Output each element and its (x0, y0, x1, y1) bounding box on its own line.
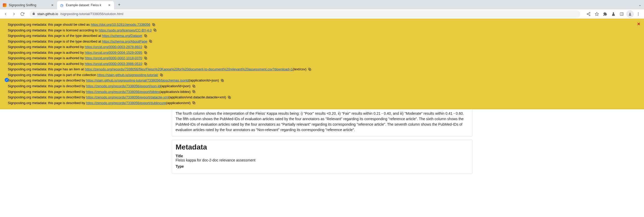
described-link[interactable]: https://stain.github.io/signposting-tuto… (86, 78, 189, 83)
notice-prefix: Signposting.org metadata: this page is a… (8, 45, 84, 49)
tab-signposting-sniffing[interactable]: Signposting Sniffing ✕ (0, 1, 57, 9)
author-link[interactable]: https://orcid.org/0000-0003-3986-0510 (85, 62, 142, 66)
back-button[interactable] (2, 10, 9, 18)
labs-icon[interactable] (610, 10, 617, 18)
copy-icon[interactable] (149, 39, 152, 43)
lock-icon (32, 12, 35, 16)
forward-button[interactable] (10, 10, 18, 18)
copy-icon[interactable] (144, 56, 147, 60)
notice-prefix: Signposting.org metadata: this page is o… (8, 39, 101, 44)
favicon-icon: ◷ (60, 3, 64, 7)
notice-line: Signposting.org metadata: this page is a… (4, 61, 640, 67)
mime-suffix: (application/x-bibtex) (159, 90, 190, 94)
author-link[interactable]: https://orcid.org/0000-0002-1018-0370 (85, 56, 142, 60)
metadata-heading: Metadata (176, 143, 469, 151)
notice-line: Signposting.org metadata: this page is d… (4, 78, 640, 83)
chevron-down-icon[interactable]: ⌄ (639, 3, 641, 7)
described-link[interactable]: https://zenodo.org/records/7338056/expor… (86, 95, 169, 100)
notice-prefix: Signposting.org metadata: this page is d… (8, 101, 85, 105)
mime-suffix: (application/ld+json) (160, 84, 190, 89)
tab-example-dataset[interactable]: ◷ Example dataset: Fleiss k ✕ (57, 1, 114, 9)
url-domain: stain.github.io (37, 12, 58, 16)
meta-title-value: Fleiss kappa for doc-2-doc relevance ass… (176, 158, 469, 162)
mime-suffix: (text/csv) (293, 67, 307, 72)
window-controls: ⌄ (639, 3, 644, 7)
notice-prefix: Signposting.org metadata: this page is p… (8, 73, 96, 77)
license-link[interactable]: https://spdx.org/licenses/CC-BY-4.0 (99, 28, 152, 33)
share-icon[interactable] (585, 10, 592, 18)
profile-button[interactable] (626, 10, 634, 18)
toolbar-actions (585, 10, 642, 18)
new-tab-button[interactable]: + (116, 1, 123, 8)
address-bar[interactable]: stain.github.io/signposting-tutorial/733… (30, 10, 580, 18)
mime-suffix: (application/xml) (166, 101, 191, 105)
notice-prefix: Signposting.org metadata: this page is a… (8, 50, 84, 55)
dataset-description: The fourth column shows the interpretati… (172, 109, 472, 137)
notice-prefix: Signposting.org metadata: this page is a… (8, 62, 84, 66)
notice-line: Signposting.org metadata: this page is a… (4, 44, 640, 50)
mime-suffix: (application/ld+json) (189, 78, 219, 83)
mime-suffix: (application/vnd.datacite.datacite+xml) (169, 95, 226, 100)
copy-icon[interactable] (152, 23, 155, 26)
close-icon[interactable]: ✕ (50, 3, 54, 7)
close-icon[interactable]: ✕ (107, 3, 111, 7)
copy-icon[interactable] (144, 51, 147, 55)
notice-line: Signposting.org metadata: this page is d… (4, 89, 640, 95)
copy-icon[interactable] (192, 90, 196, 93)
page-content: The fourth column shows the interpretati… (156, 109, 488, 174)
tab-strip: Signposting Sniffing ✕ ◷ Example dataset… (0, 0, 644, 9)
author-link[interactable]: https://orcid.org/0009-0004-1529-0095 (85, 50, 142, 55)
described-link[interactable]: https://zenodo.org/records/7338056/expor… (86, 84, 160, 89)
copy-icon[interactable] (153, 28, 157, 32)
copy-icon[interactable] (144, 62, 147, 66)
copy-icon[interactable] (144, 45, 147, 49)
browser-toolbar: stain.github.io/signposting-tutorial/733… (0, 9, 644, 19)
meta-type-label: Type (176, 164, 469, 168)
svg-point-11 (638, 15, 639, 16)
extension-badge-icon (5, 78, 9, 82)
bookmark-icon[interactable] (593, 10, 600, 18)
notice-prefix: Signposting.org metadata: this page shou… (8, 22, 90, 27)
metadata-box: Metadata Title Fleiss kappa for doc-2-do… (172, 140, 472, 174)
copy-icon[interactable] (192, 84, 196, 88)
item-link[interactable]: https://zenodo.org/records/7338056/files… (85, 67, 293, 72)
described-link[interactable]: https://zenodo.org/records/7338056/expor… (86, 101, 166, 105)
copy-icon[interactable] (144, 34, 147, 38)
notice-line: Signposting.org metadata: this page is a… (4, 55, 640, 61)
cite-link[interactable]: https://doi.org/10.5281/zenodo.7338056 (91, 22, 150, 27)
notice-line: Signposting.org metadata: this page is p… (4, 72, 640, 78)
type-link[interactable]: https://schema.org/AboutPage (102, 39, 147, 44)
copy-icon[interactable] (160, 73, 163, 77)
svg-line-3 (588, 14, 589, 15)
svg-point-9 (638, 12, 639, 13)
extensions-icon[interactable] (601, 10, 609, 18)
notice-prefix: Signposting.org metadata: this page is d… (8, 95, 85, 100)
notice-prefix: Signposting.org metadata: this page is o… (8, 33, 101, 38)
side-panel-icon[interactable] (618, 10, 625, 18)
type-link[interactable]: https://schema.org/Dataset (102, 33, 142, 38)
reload-button[interactable] (19, 10, 26, 18)
svg-point-2 (589, 15, 590, 16)
collection-link[interactable]: https://stain.github.io/signposting-tuto… (97, 73, 158, 77)
tab-title: Signposting Sniffing (9, 3, 48, 7)
notice-line: Signposting.org metadata: this page is d… (4, 83, 640, 89)
author-link[interactable]: https://orcid.org/0000-0003-2978-8922 (85, 45, 142, 49)
copy-icon[interactable] (192, 101, 196, 105)
svg-line-4 (588, 13, 589, 14)
svg-point-1 (587, 13, 588, 15)
notice-line: Signposting.org metadata: this page is d… (4, 94, 640, 100)
notice-line: Signposting.org metadata: this page is d… (4, 100, 640, 106)
notice-line: Signposting.org metadata: this page is a… (4, 50, 640, 56)
copy-icon[interactable] (221, 79, 224, 82)
notice-prefix: Signposting.org metadata: this page is d… (8, 84, 85, 89)
copy-icon[interactable] (228, 96, 231, 99)
close-notice-button[interactable]: ✕ (637, 21, 640, 27)
menu-icon[interactable] (635, 10, 642, 18)
notice-prefix: Signposting.org metadata: this page is d… (8, 90, 85, 94)
svg-point-8 (629, 13, 631, 14)
described-link[interactable]: https://zenodo.org/records/7338056/expor… (86, 90, 159, 94)
notice-prefix: Signposting.org metadata: this page is d… (8, 78, 85, 83)
notice-line: Signposting.org metadata: this page is l… (4, 28, 640, 33)
copy-icon[interactable] (308, 67, 312, 71)
notice-line: Signposting.org metadata: this page is o… (4, 33, 640, 39)
